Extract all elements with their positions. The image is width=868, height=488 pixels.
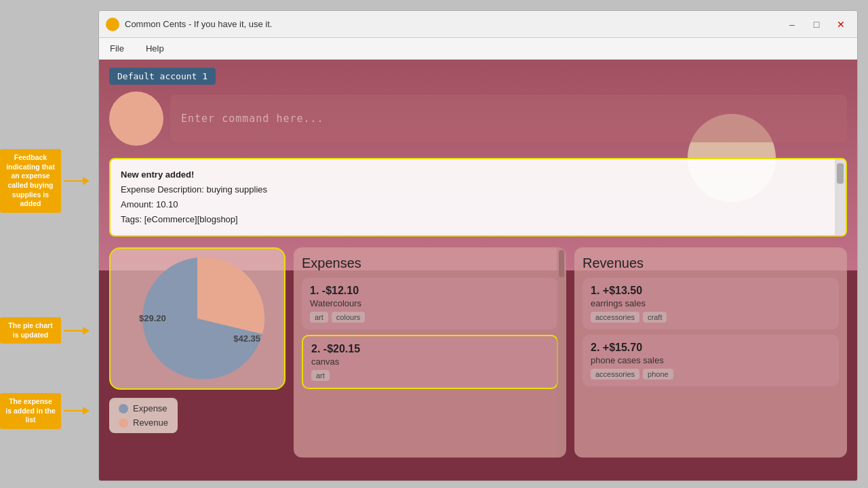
expense-item-1: 1. -$12.10 Watercolours art colours — [302, 278, 558, 329]
bottom-section: $29.20 $42.35 Expense Revenue — [99, 242, 857, 463]
top-section: Default account 1 Enter command here... — [99, 60, 857, 152]
avatar — [109, 92, 163, 146]
app-icon — [106, 18, 119, 31]
command-input-wrap[interactable]: Enter command here... — [170, 95, 847, 142]
feedback-scrollbar-thumb — [837, 163, 844, 184]
revenue-2-name: phone cases sales — [591, 355, 831, 365]
revenue-1-tag-0: accessories — [591, 312, 639, 323]
legend-revenue-label: Revenue — [133, 418, 168, 428]
window-title: Common Cents - If you have it, use it. — [125, 19, 783, 29]
expenses-panel: Expenses 1. -$12.10 Watercolours art col… — [294, 247, 566, 458]
expense-1-amount: 1. -$12.10 — [310, 285, 550, 297]
input-row: Enter command here... — [109, 92, 847, 146]
revenue-1-tags: accessories craft — [591, 312, 831, 323]
pie-revenue-label: $42.35 — [233, 333, 260, 344]
pie-annotation: The pie chart is updated — [0, 317, 100, 344]
feedback-line-2: Expense Description: buying supplies — [121, 182, 835, 197]
legend-expense-dot — [119, 404, 128, 413]
revenue-2-tag-0: accessories — [591, 369, 639, 380]
command-input-placeholder: Enter command here... — [181, 113, 324, 125]
feedback-line-1: New entry added! — [121, 167, 835, 182]
feedback-line-4: Tags: [eCommerce][blogshop] — [121, 212, 835, 227]
expense-1-name: Watercolours — [310, 298, 550, 308]
legend-revenue: Revenue — [119, 418, 168, 428]
expense-item-2: 2. -$20.15 canvas art — [302, 335, 558, 389]
menu-file[interactable]: File — [106, 42, 128, 55]
revenues-title: Revenues — [583, 256, 839, 271]
feedback-box: New entry added! Expense Description: bu… — [109, 158, 847, 237]
minimize-button[interactable]: – — [783, 18, 802, 31]
feedback-scrollbar[interactable] — [835, 159, 846, 235]
expense-1-tag-0: art — [310, 312, 328, 323]
app-content: Default account 1 Enter command here... … — [99, 60, 857, 481]
revenue-1-tag-1: craft — [643, 312, 667, 323]
expenses-title: Expenses — [302, 256, 558, 271]
legend-expense: Expense — [119, 403, 168, 413]
feedback-annotation-arrow — [64, 180, 84, 182]
pie-area: $29.20 $42.35 Expense Revenue — [109, 247, 285, 458]
pie-annotation-arrow — [64, 330, 84, 331]
revenue-item-1: 1. +$13.50 earrings sales accessories cr… — [583, 278, 839, 329]
expense-2-name: canvas — [311, 357, 549, 367]
menu-bar: File Help — [99, 38, 857, 60]
app-window: Common Cents - If you have it, use it. –… — [98, 10, 858, 481]
pie-legend: Expense Revenue — [109, 398, 178, 433]
feedback-annotation: Feedback indicating that an expense call… — [0, 149, 100, 213]
revenue-item-2: 2. +$15.70 phone cases sales accessories… — [583, 335, 839, 386]
account-button[interactable]: Default account 1 — [109, 68, 216, 85]
legend-expense-label: Expense — [133, 403, 167, 413]
revenue-2-amount: 2. +$15.70 — [591, 342, 831, 354]
annotation-panel: Feedback indicating that an expense call… — [0, 0, 81, 488]
window-controls: – □ ✕ — [783, 18, 850, 31]
close-button[interactable]: ✕ — [831, 18, 850, 31]
revenue-1-name: earrings sales — [591, 298, 831, 308]
expense-2-tag-0: art — [311, 370, 330, 381]
pie-expense-label: $29.20 — [139, 313, 166, 323]
list-annotation: The expense is added in the list — [0, 393, 100, 429]
revenue-2-tags: accessories phone — [591, 369, 831, 380]
maximize-button[interactable]: □ — [807, 18, 826, 31]
feedback-line-3: Amount: 10.10 — [121, 197, 835, 212]
expense-1-tag-1: colours — [332, 312, 365, 323]
expense-2-tags: art — [311, 370, 549, 381]
legend-revenue-dot — [119, 418, 128, 428]
list-annotation-arrow — [64, 410, 84, 411]
expense-1-tags: art colours — [310, 312, 550, 323]
revenue-2-tag-1: phone — [643, 369, 673, 380]
expenses-scrollbar[interactable] — [557, 247, 566, 458]
pie-container: $29.20 $42.35 — [109, 247, 285, 390]
menu-help[interactable]: Help — [142, 42, 168, 55]
list-annotation-text: The expense is added in the list — [0, 393, 61, 429]
revenues-panel: Revenues 1. +$13.50 earrings sales acces… — [574, 247, 847, 458]
expense-2-amount: 2. -$20.15 — [311, 343, 549, 355]
title-bar: Common Cents - If you have it, use it. –… — [99, 11, 857, 38]
revenue-1-amount: 1. +$13.50 — [591, 285, 831, 297]
pie-annotation-text: The pie chart is updated — [0, 317, 61, 344]
expenses-scrollbar-thumb — [559, 250, 564, 277]
feedback-annotation-text: Feedback indicating that an expense call… — [0, 149, 61, 213]
